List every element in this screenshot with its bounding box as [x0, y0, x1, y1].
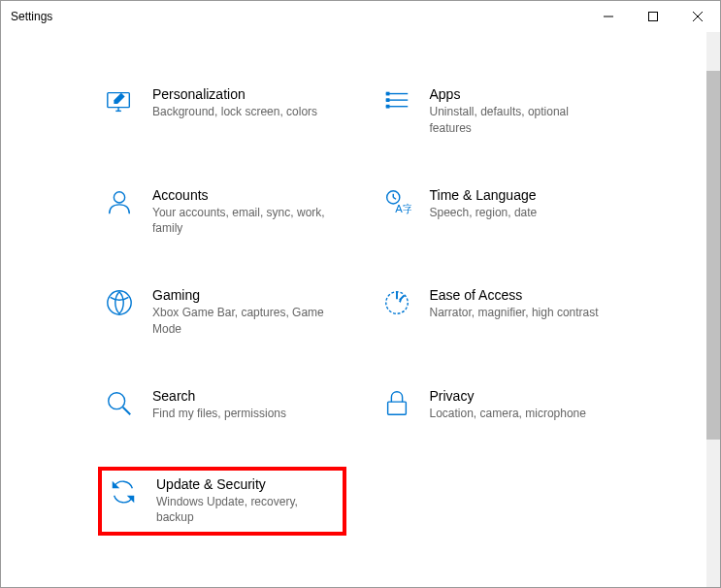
category-ease-of-access[interactable]: Ease of Access Narrator, magnifier, high…: [376, 281, 624, 343]
titlebar: Settings: [1, 1, 720, 32]
search-icon: [104, 388, 135, 419]
category-text: Search Find my files, permissions: [152, 388, 286, 422]
category-desc: Background, lock screen, colors: [152, 104, 317, 120]
vertical-scrollbar[interactable]: [706, 32, 720, 588]
update-security-icon: [108, 476, 139, 507]
svg-point-13: [114, 191, 124, 202]
category-text: Update & Security Windows Update, recove…: [156, 476, 337, 527]
window-controls: [586, 1, 720, 32]
svg-point-18: [108, 291, 131, 314]
category-apps[interactable]: Apps Uninstall, defaults, optional featu…: [376, 81, 624, 143]
maximize-button[interactable]: [631, 1, 675, 32]
svg-rect-23: [387, 402, 406, 414]
category-title: Apps: [430, 86, 614, 102]
svg-rect-10: [385, 92, 389, 96]
category-title: Search: [152, 388, 286, 404]
category-text: Time & Language Speech, region, date: [430, 187, 538, 221]
category-desc: Narrator, magnifier, high contrast: [430, 305, 599, 321]
category-desc: Uninstall, defaults, optional features: [430, 104, 614, 137]
category-privacy[interactable]: Privacy Location, camera, microphone: [376, 382, 624, 428]
category-desc: Location, camera, microphone: [430, 406, 586, 422]
category-text: Gaming Xbox Game Bar, captures, Game Mod…: [152, 287, 337, 338]
svg-line-22: [123, 408, 131, 415]
category-text: Privacy Location, camera, microphone: [430, 388, 586, 422]
category-gaming[interactable]: Gaming Xbox Game Bar, captures, Game Mod…: [98, 281, 346, 343]
ease-of-access-icon: [381, 287, 412, 318]
close-button[interactable]: [675, 1, 720, 32]
category-title: Personalization: [152, 86, 317, 102]
svg-rect-1: [649, 13, 658, 21]
category-text: Personalization Background, lock screen,…: [152, 86, 317, 120]
category-title: Accounts: [152, 187, 337, 203]
category-time-language[interactable]: A字 Time & Language Speech, region, date: [376, 181, 624, 244]
category-update-security[interactable]: Update & Security Windows Update, recove…: [98, 467, 346, 537]
category-text: Apps Uninstall, defaults, optional featu…: [430, 86, 614, 137]
svg-point-21: [109, 393, 125, 409]
category-text: Accounts Your accounts, email, sync, wor…: [152, 187, 337, 238]
category-desc: Xbox Game Bar, captures, Game Mode: [152, 305, 337, 338]
category-desc: Your accounts, email, sync, work, family: [152, 205, 337, 238]
svg-rect-11: [385, 98, 389, 102]
category-text: Ease of Access Narrator, magnifier, high…: [430, 287, 599, 321]
category-personalization[interactable]: Personalization Background, lock screen,…: [98, 81, 346, 143]
category-title: Privacy: [430, 388, 586, 404]
time-language-icon: A字: [381, 187, 412, 218]
gaming-icon: [104, 287, 135, 318]
personalization-icon: [104, 86, 135, 117]
category-title: Ease of Access: [430, 287, 599, 303]
accounts-icon: [104, 187, 135, 218]
category-search[interactable]: Search Find my files, permissions: [98, 382, 346, 428]
svg-line-16: [393, 197, 396, 199]
category-desc: Speech, region, date: [430, 205, 538, 221]
minimize-button[interactable]: [586, 1, 631, 32]
svg-rect-12: [385, 105, 389, 109]
privacy-icon: [381, 388, 412, 419]
svg-text:A字: A字: [395, 203, 411, 214]
category-title: Update & Security: [156, 476, 337, 492]
category-accounts[interactable]: Accounts Your accounts, email, sync, wor…: [98, 181, 346, 244]
settings-categories-grid: Personalization Background, lock screen,…: [1, 32, 720, 536]
category-desc: Find my files, permissions: [152, 406, 286, 422]
window-title: Settings: [11, 10, 52, 23]
category-desc: Windows Update, recovery, backup: [156, 494, 337, 527]
category-title: Time & Language: [430, 187, 538, 203]
apps-icon: [381, 86, 412, 117]
category-title: Gaming: [152, 287, 337, 303]
scrollbar-thumb[interactable]: [706, 71, 720, 440]
